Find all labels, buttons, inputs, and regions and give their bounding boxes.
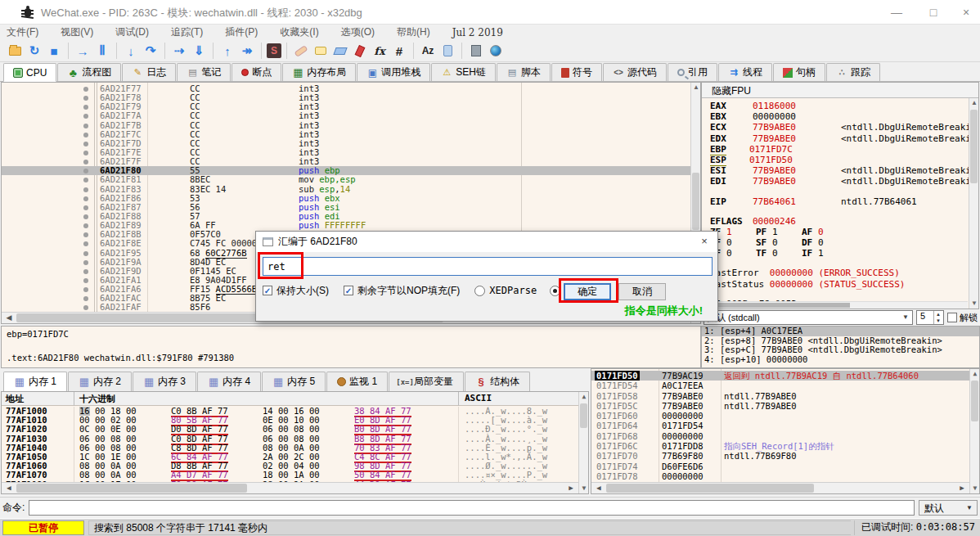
scroll-up-icon[interactable]: ▲ [969,98,979,108]
breakpoint-dot-icon[interactable] [83,205,88,210]
stack-vertical-scrollbar[interactable]: ▲ ▼ [969,369,979,493]
tab-memory-1[interactable]: ▦内存 1 [3,372,67,391]
radio-icon[interactable] [474,286,485,296]
registers-vertical-scrollbar[interactable]: ▲ ▼ [969,98,978,309]
stack-row[interactable]: 0171FD7800000000 [591,471,969,481]
scroll-left-icon[interactable]: ◀ [3,313,15,323]
stack-row[interactable]: 0171FD5077B9AC19返回到 ntdll.77B9AC19 自 ntd… [591,371,969,381]
stack-row[interactable]: 0171FD6C0171FDD8指向SEH_Record[1]的指针 [591,441,969,451]
argument-count-stepper[interactable]: 5▲▼ [916,310,944,325]
scroll-up-icon[interactable]: ▲ [691,83,701,92]
stack-row[interactable]: 0171FD640171FD54 [591,421,969,430]
tab-locals[interactable]: [x=]局部变量 [389,372,464,391]
call-stack-window-icon[interactable] [438,42,456,60]
menu-item-4[interactable]: 追踪(T) [171,25,203,39]
breakpoint-dot-icon[interactable] [83,87,88,92]
assemble-instruction-input[interactable] [263,257,713,276]
register-row[interactable]: ZF 1PF 1AF 0 [710,227,968,237]
menu-item-2[interactable]: 视图(V) [61,25,93,39]
breakpoint-dot-icon[interactable] [83,296,88,301]
register-row[interactable]: ESP0171FD50 [710,155,968,165]
command-script-select[interactable]: 默认▼ [919,500,978,516]
menu-item-3[interactable]: 调试(D) [115,25,149,39]
register-row[interactable]: ECX77B9ABE0<ntdll.DbgUiRemoteBreakin> [710,122,968,133]
dump-horizontal-scrollbar[interactable]: ◀ ▶ [2,482,578,493]
tab-seh-chain[interactable]: ⚠SEH链 [431,63,496,81]
register-row[interactable]: EBX00000000 [710,111,968,122]
menu-item-1[interactable]: 文件(F) [7,25,38,39]
breakpoint-dot-icon[interactable] [83,196,88,201]
breakpoint-dot-icon[interactable] [83,178,88,182]
patches-icon[interactable] [292,42,310,60]
register-row[interactable]: CF 0TF 0IF 1 [710,248,968,259]
scroll-thumb[interactable] [580,403,587,428]
breakpoint-dot-icon[interactable] [83,105,88,110]
breakpoint-dot-icon[interactable] [83,114,88,119]
register-row[interactable]: EFLAGS00000246 [710,216,968,227]
preferences-globe-icon[interactable] [487,42,505,60]
stack-row[interactable]: 0171FD5877B9ABE0ntdll.77B9ABE0 [591,391,969,401]
stop-icon[interactable]: ■ [45,42,63,60]
scroll-thumb[interactable] [692,173,699,230]
register-row[interactable]: EIP77B64061ntdll.77B64061 [710,196,968,207]
stack-horizontal-scrollbar[interactable]: ◀ ▶ [591,482,969,493]
menu-item-8[interactable]: 帮助(H) [397,25,430,39]
keep-size-checkbox[interactable]: ✓保持大小(S) [263,284,329,298]
menu-item-6[interactable]: 收藏夹(I) [280,25,318,39]
scroll-up-icon[interactable]: ▲ [579,392,589,402]
breakpoint-dot-icon[interactable] [83,169,88,173]
functions-icon[interactable]: fx [371,42,389,60]
tab-cpu[interactable]: CPU [3,63,56,82]
breakpoint-dot-icon[interactable] [83,142,88,146]
tab-call-stack[interactable]: ▣调用堆栈 [357,63,430,81]
register-row[interactable]: EDI77B9ABE0<ntdll.DbgUiRemoteBreakin> [710,176,968,187]
calculator-icon[interactable] [467,42,485,60]
breakpoint-dot-icon[interactable] [83,241,88,246]
registers-horizontal-scrollbar[interactable] [702,301,968,309]
step-into-icon[interactable]: ↓ [122,42,140,60]
trace-into-icon[interactable]: ⇢ [170,42,188,60]
tab-references[interactable]: 引用 [668,63,717,81]
run-icon[interactable]: → [74,42,92,60]
breakpoint-dot-icon[interactable] [83,214,88,219]
close-button[interactable]: × [959,5,973,20]
register-row[interactable]: EAX01186000 [710,101,968,111]
disasm-row[interactable]: 6AD21F7ACCint3 [2,111,690,120]
tab-symbols[interactable]: 符号 [551,63,602,81]
bookmarks-icon[interactable] [351,42,369,60]
comments-icon[interactable] [312,42,330,60]
xedparse-radio[interactable]: XEDParse [474,285,537,296]
breakpoint-dot-icon[interactable] [83,187,88,192]
breakpoint-dot-icon[interactable] [83,151,88,155]
tab-threads[interactable]: ⇉线程 [718,63,772,81]
memory-dump-panel[interactable]: 地址 十六进制 ASCII 77AF100016 00 18 00C0 8B A… [1,391,589,494]
labels-icon[interactable] [331,42,349,60]
register-row[interactable]: LastStatus 00000000 (STATUS_SUCCESS) [710,279,968,290]
tab-graph[interactable]: ♣流程图 [57,63,121,81]
breakpoint-dot-icon[interactable] [83,232,88,237]
restart-icon[interactable]: ↻ [25,42,43,60]
step-over-icon[interactable]: ↷ [142,42,160,60]
tab-struct[interactable]: §结构体 [465,372,530,391]
scroll-up-icon[interactable]: ▲ [970,369,980,379]
scroll-thumb[interactable] [970,110,978,183]
breakpoint-dot-icon[interactable] [83,96,88,101]
unlock-checkbox[interactable]: 解锁 [947,312,978,324]
stack-row[interactable]: 0171FD74D60FE6D6 [591,462,969,471]
stack-row[interactable]: 0171FD5C77B9ABE0ntdll.77B9ABE0 [591,401,969,411]
tab-log[interactable]: ✎日志 [122,63,176,81]
pause-icon[interactable]: Ⅱ [93,42,111,60]
tab-memory-5[interactable]: ▦内存 5 [262,372,326,391]
menu-item-7[interactable]: 选项(O) [341,25,375,39]
stepper-arrows-icon[interactable]: ▲▼ [933,311,942,324]
fill-nop-checkbox[interactable]: ✓剩余字节以NOP填充(F) [344,284,460,298]
dialog-title-bar[interactable]: 汇编于 6AD21F80 × [256,232,717,252]
breakpoint-dot-icon[interactable] [83,278,88,283]
breakpoint-dot-icon[interactable] [83,124,88,128]
stack-row[interactable]: 0171FD6800000000 [591,431,969,441]
breakpoint-dot-icon[interactable] [83,160,88,164]
argument-row[interactable]: 4: [esp+10] 00000000 [702,355,979,365]
scroll-down-icon[interactable]: ▼ [970,484,980,493]
hide-fpu-button[interactable]: 隐藏FPU [702,83,978,98]
dump-vertical-scrollbar[interactable]: ▲ ▼ [578,392,588,493]
